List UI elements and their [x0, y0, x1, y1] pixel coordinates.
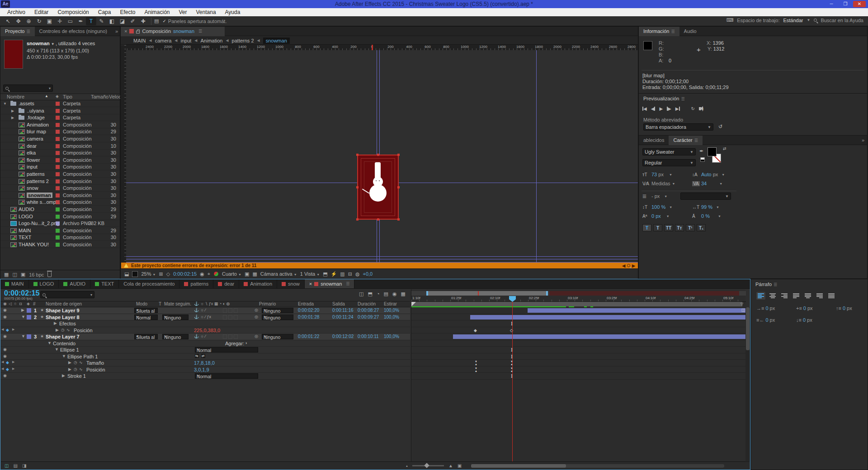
loop-icon[interactable]: ↻	[691, 106, 695, 111]
tool-icon-1[interactable]: ✥	[13, 17, 24, 25]
switch-cell[interactable]	[228, 308, 232, 313]
tool-icon-0[interactable]: ↖	[3, 17, 13, 25]
draft3d-icon[interactable]: ⬒	[368, 291, 373, 297]
transport-next-icon[interactable]: ▶	[667, 106, 671, 111]
paragraph-field-1-2[interactable]: ↑≡0px	[836, 306, 852, 311]
panel-menu-icon[interactable]: ☰	[346, 282, 349, 286]
switch-cell[interactable]	[228, 315, 232, 320]
project-row-patterns-2[interactable]: patterns 2Composición30	[0, 178, 120, 185]
reset-icon[interactable]: ↺	[718, 124, 722, 130]
label-color[interactable]	[56, 179, 60, 183]
timeline-row-tamaño[interactable]: ◀◆▶▶◷∿Tamaño17,8,18,0	[0, 360, 410, 367]
label-color[interactable]	[56, 243, 60, 247]
graph-icon[interactable]: ∿	[66, 328, 70, 332]
expand-arrow[interactable]: ▼	[21, 315, 25, 319]
field-value[interactable]: 0	[803, 306, 806, 311]
project-row-camera[interactable]: cameraComposición30	[0, 136, 120, 142]
matte-select[interactable]: Ninguno▼	[162, 334, 189, 339]
leading-value[interactable]: Auto	[701, 172, 712, 177]
label-color[interactable]	[56, 158, 60, 162]
stretch-value[interactable]: 100,0%	[384, 334, 399, 339]
swap-fill-stroke-icon[interactable]: ⇄	[723, 146, 726, 151]
label-color[interactable]	[56, 186, 60, 190]
hold-keyframe[interactable]: ▼▲	[475, 360, 477, 366]
label-color[interactable]	[56, 137, 60, 141]
guide-line[interactable]	[126, 256, 638, 257]
property-value[interactable]: 225,0,383,0	[194, 328, 220, 333]
project-row-logo[interactable]: LOGOComposición29	[0, 213, 120, 220]
expand-arrow[interactable]: ▶	[62, 373, 65, 378]
magnification-select[interactable]: 25% ▼	[141, 271, 156, 277]
guide-line[interactable]	[536, 50, 537, 263]
timeline-track-2[interactable]: I	[411, 320, 746, 327]
tab-audio[interactable]: Audio	[679, 27, 701, 36]
label-color[interactable]	[56, 172, 60, 176]
field-value[interactable]: 0	[765, 306, 768, 311]
paragraph-field-2-0[interactable]: ≡←0px	[756, 317, 775, 323]
transport-play-icon[interactable]: ▶	[659, 106, 663, 111]
timeline-row-efectos[interactable]: ▶Efectos	[0, 320, 410, 327]
field-value[interactable]: 0	[843, 306, 845, 311]
project-row-main[interactable]: MAINComposición29	[0, 227, 120, 234]
timeline-track-0[interactable]: ◫	[411, 307, 746, 314]
work-area-bar[interactable]	[426, 291, 548, 296]
expand-arrow[interactable]: ▼	[47, 341, 52, 345]
workspace-value[interactable]: Estándar	[783, 18, 803, 23]
faux-style-4[interactable]: T¹	[686, 224, 695, 231]
project-row-dear[interactable]: dearComposición10	[0, 143, 120, 150]
label-color[interactable]	[56, 165, 60, 169]
menu-composición[interactable]: Composición	[53, 9, 93, 15]
in-value[interactable]: 0:00:01:22	[298, 334, 319, 339]
timeline-button-icon[interactable]: ▥	[340, 271, 344, 277]
project-row-white-s-omp-1[interactable]: white s...omp 1Composición30	[0, 199, 120, 206]
menu-capa[interactable]: Capa	[94, 9, 116, 15]
duration-value[interactable]: 0:00:09:27	[358, 315, 379, 320]
timeline-tab-patterns[interactable]: patterns	[179, 279, 213, 288]
menu-animación[interactable]: Animación	[140, 9, 174, 15]
always-preview-icon[interactable]: ⬓	[124, 271, 129, 277]
faux-style-2[interactable]: TT	[664, 224, 673, 231]
timeline-row-posición[interactable]: ◀◆▶▶◷∿Posición225,0,383,0	[0, 327, 410, 334]
mode-select[interactable]: Normal▼	[134, 315, 158, 320]
parent-select[interactable]: Ninguno▼	[262, 308, 293, 313]
parent-pickwhip-icon[interactable]: ◎	[255, 334, 258, 338]
label-color[interactable]	[56, 102, 60, 106]
faux-style-0[interactable]: T	[642, 224, 651, 231]
paragraph-field-2-1[interactable]: ↓≡0px	[796, 317, 812, 323]
timeline-track-3[interactable]: ◆◇	[411, 327, 746, 334]
faux-style-3[interactable]: Tᴛ	[675, 224, 684, 231]
timeline-tab-logo[interactable]: LOGO	[29, 279, 59, 288]
align-r-button[interactable]	[780, 292, 789, 300]
timeline-tab-animation[interactable]: Animation	[239, 279, 277, 288]
vertical-ruler[interactable]	[121, 45, 126, 263]
duration-value[interactable]: 0:00:08:27	[358, 308, 379, 313]
tab-info[interactable]: Información☰	[639, 27, 679, 36]
switch-cell[interactable]	[234, 308, 238, 313]
composition-mini-flowchart-icon[interactable]: ◫	[359, 291, 363, 297]
mode-select[interactable]: Silueta al▼	[134, 334, 158, 339]
parent-pickwhip-icon[interactable]: ◎	[255, 308, 258, 312]
close-button[interactable]: ✕	[853, 1, 866, 7]
new-composition-icon[interactable]: ▣	[21, 272, 25, 277]
switch-cell[interactable]	[223, 334, 227, 339]
paragraph-field-1-1[interactable]: +≡0px	[796, 306, 813, 311]
grid-guides-icon[interactable]: ⊞	[159, 271, 163, 277]
new-folder-icon[interactable]: ◫	[12, 272, 17, 277]
show-snapshot-icon[interactable]: ⌖	[208, 271, 210, 277]
tool-icon-3[interactable]: ↻	[34, 17, 44, 25]
horizontal-scale-value[interactable]: 99 %	[701, 204, 712, 210]
mask-visibility-icon[interactable]: ◇	[166, 271, 170, 277]
timeline-track-8[interactable]: ▼▲▼▲	[411, 360, 746, 367]
project-row-thank-you-[interactable]: THANK YOU!Composición30	[0, 241, 120, 248]
timeline-row-contenido[interactable]: ▼ContenidoAgregar:◑	[0, 340, 410, 347]
switch-cell[interactable]	[223, 308, 227, 313]
tab-character[interactable]: Carácter☰	[669, 136, 702, 145]
tool-icon-5[interactable]: ✛	[55, 17, 65, 25]
timeline-row-shape-layer-7[interactable]: ◉▼3★Shape Layer 7Silueta al▼Ninguno▼⚓ ☼ …	[0, 334, 410, 340]
timeline-row-ellipse-path-1[interactable]: ◉▼Ellipse Path 1⇆⇄	[0, 353, 410, 360]
label-color[interactable]	[56, 144, 60, 148]
label-color[interactable]	[56, 151, 60, 155]
workspace-panel-icon[interactable]: ▤	[154, 18, 159, 24]
graph-icon[interactable]: ∿	[79, 367, 83, 371]
hold-keyframe[interactable]: ▼▲	[475, 367, 477, 372]
